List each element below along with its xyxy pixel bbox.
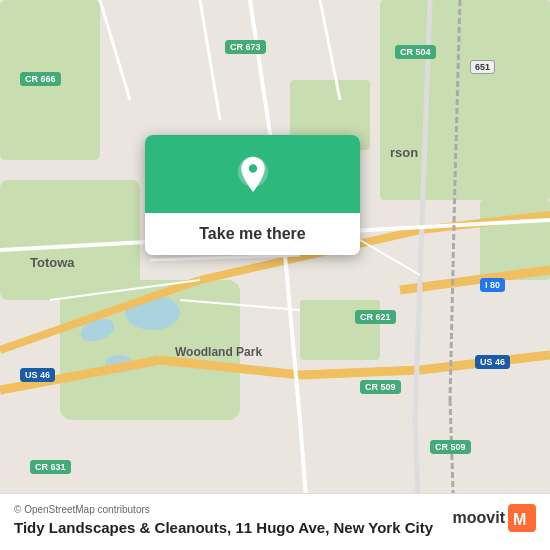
shield-i-80: I 80 (480, 278, 505, 292)
moovit-icon: M (508, 504, 536, 532)
take-me-there-button[interactable]: Take me there (145, 213, 360, 255)
svg-line-20 (360, 240, 420, 275)
svg-text:M: M (513, 511, 526, 528)
shield-us-46-2: US 46 (475, 355, 510, 369)
shield-cr-504: CR 504 (395, 45, 436, 59)
label-totowa: Totowa (30, 255, 75, 270)
popup-card: Take me there (145, 135, 360, 255)
map-container: Totowa Woodland Park rson CR 666 CR 673 … (0, 0, 550, 550)
shield-us-46-1: US 46 (20, 368, 55, 382)
moovit-text: moovit (453, 509, 505, 527)
svg-line-8 (420, 0, 430, 280)
label-rson: rson (390, 145, 418, 160)
svg-point-26 (248, 164, 256, 172)
shield-cr-631: CR 631 (30, 460, 71, 474)
svg-line-21 (180, 300, 300, 310)
svg-line-22 (455, 0, 460, 180)
shield-cr-509-1: CR 509 (360, 380, 401, 394)
shield-651: 651 (470, 60, 495, 74)
shield-cr-673: CR 673 (225, 40, 266, 54)
road-layer (0, 0, 550, 550)
svg-line-17 (320, 0, 340, 100)
svg-line-15 (100, 0, 130, 100)
label-woodland-park: Woodland Park (175, 345, 262, 361)
svg-line-4 (160, 360, 300, 375)
svg-line-5 (300, 370, 420, 375)
popup-header (145, 135, 360, 213)
location-pin-icon (232, 155, 274, 197)
svg-line-0 (0, 280, 200, 350)
info-bar: © OpenStreetMap contributors Tidy Landsc… (0, 493, 550, 550)
shield-cr-509-2: CR 509 (430, 440, 471, 454)
svg-line-9 (415, 280, 420, 420)
shield-cr-666: CR 666 (20, 72, 61, 86)
svg-line-16 (200, 0, 220, 120)
moovit-logo: moovit M (453, 504, 536, 532)
shield-cr-621: CR 621 (355, 310, 396, 324)
